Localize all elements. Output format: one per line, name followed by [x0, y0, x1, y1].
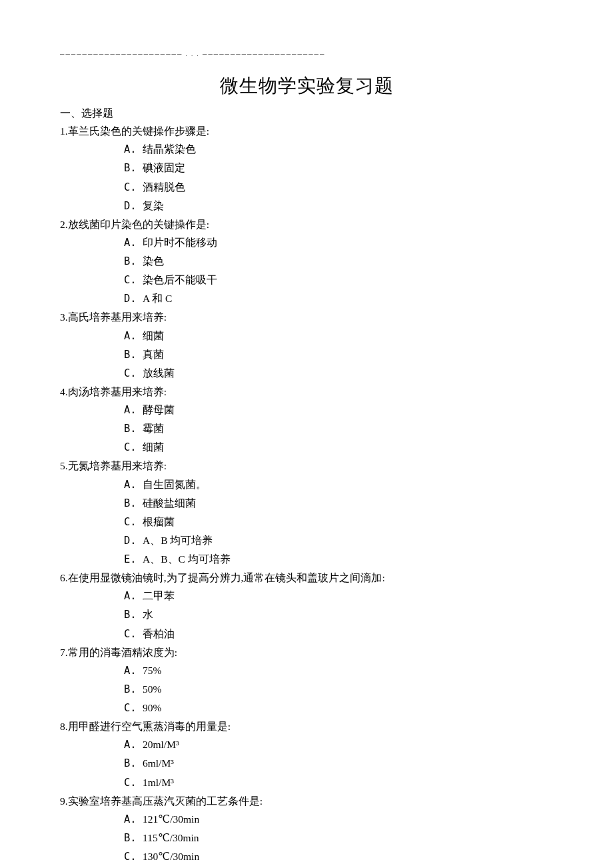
option: C. 1ml/M³ — [124, 773, 553, 792]
option-text: 硅酸盐细菌 — [143, 497, 196, 509]
option-letter: C. — [124, 516, 143, 528]
option-letter: B. — [124, 497, 143, 509]
option-text: 130℃/30min — [143, 851, 199, 862]
option-letter: C. — [124, 628, 143, 640]
option-text: 结晶紫染色 — [143, 143, 196, 155]
option: C. 酒精脱色 — [124, 178, 553, 197]
option: C. 香柏油 — [124, 625, 553, 643]
question: 7.常用的消毒酒精浓度为: — [60, 643, 553, 661]
section-heading: 一、选择题 — [60, 104, 553, 122]
page: ────────────────────── . . . ───────────… — [0, 0, 613, 868]
option-group: A. 75%B. 50%C. 90% — [124, 661, 553, 717]
option-text: A 和 C — [143, 293, 172, 304]
option-text: 酒精脱色 — [143, 181, 185, 193]
option-text: 香柏油 — [143, 628, 175, 639]
option: B. 染色 — [124, 252, 553, 271]
body: 一、选择题 1.革兰氏染色的关键操作步骤是:A. 结晶紫染色B. 碘液固定C. … — [60, 104, 553, 868]
option-letter: A. — [124, 665, 143, 677]
option-text: A、B、C 均可培养 — [143, 553, 231, 565]
option: B. 硅酸盐细菌 — [124, 494, 553, 513]
question: 3.高氏培养基用来培养: — [60, 308, 553, 326]
option-letter: B. — [124, 255, 143, 267]
option-text: 复染 — [143, 200, 164, 211]
option-letter: E. — [124, 553, 143, 565]
option-letter: A. — [124, 404, 143, 416]
option-text: 霉菌 — [143, 423, 164, 434]
option: B. 碘液固定 — [124, 159, 553, 177]
option: A. 121℃/30min — [124, 810, 553, 829]
option-text: 酵母菌 — [143, 404, 175, 415]
option: E. A、B、C 均可培养 — [124, 550, 553, 569]
option-group: A. 酵母菌B. 霉菌C. 细菌 — [124, 401, 553, 457]
option-group: A. 结晶紫染色B. 碘液固定C. 酒精脱色D. 复染 — [124, 140, 553, 215]
option-letter: C. — [124, 851, 143, 863]
option: B. 霉菌 — [124, 419, 553, 438]
option-letter: A. — [124, 479, 143, 491]
option-text: A、B 均可培养 — [143, 535, 213, 546]
option-text: 90% — [143, 702, 161, 713]
option-letter: B. — [124, 757, 143, 769]
option-letter: C. — [124, 702, 143, 714]
question: 2.放线菌印片染色的关键操作是: — [60, 215, 553, 233]
option-text: 115℃/30min — [143, 832, 199, 843]
option: C. 90% — [124, 699, 553, 717]
option-text: 放线菌 — [143, 367, 175, 379]
option-letter: A. — [124, 143, 143, 155]
option-letter: A. — [124, 813, 143, 825]
option-text: 印片时不能移动 — [143, 237, 217, 248]
option-letter: A. — [124, 590, 143, 602]
option-letter: B. — [124, 162, 143, 174]
option-text: 二甲苯 — [143, 590, 175, 601]
option-text: 20ml/M³ — [143, 739, 179, 750]
option: C. 染色后不能吸干 — [124, 271, 553, 289]
option-text: 50% — [143, 683, 161, 695]
option-letter: D. — [124, 535, 143, 547]
option-letter: C. — [124, 441, 143, 453]
option: B. 水 — [124, 605, 553, 624]
option: C. 细菌 — [124, 438, 553, 457]
option-group: A. 20ml/M³B. 6ml/M³C. 1ml/M³ — [124, 735, 553, 791]
option-letter: D. — [124, 200, 143, 212]
option: B. 50% — [124, 680, 553, 699]
option-text: 细菌 — [143, 441, 164, 453]
option-text: 染色 — [143, 255, 164, 267]
option-group: A. 细菌B. 真菌C. 放线菌 — [124, 327, 553, 383]
option: D. 复染 — [124, 197, 553, 215]
option-text: 碘液固定 — [143, 162, 185, 173]
header-rule-text: ────────────────────── . . . ───────────… — [60, 51, 553, 57]
option-group: A. 印片时不能移动B. 染色C. 染色后不能吸干D. A 和 C — [124, 233, 553, 309]
option: A. 75% — [124, 661, 553, 680]
option-text: 自生固氮菌。 — [143, 479, 207, 490]
option-letter: B. — [124, 683, 143, 695]
option-letter: C. — [124, 367, 143, 379]
option-letter: C. — [124, 181, 143, 193]
option-group: A. 自生固氮菌。B. 硅酸盐细菌C. 根瘤菌D. A、B 均可培养E. A、B… — [124, 475, 553, 569]
option-group: A. 121℃/30minB. 115℃/30minC. 130℃/30min — [124, 810, 553, 866]
option: B. 115℃/30min — [124, 829, 553, 847]
question: 5.无氮培养基用来培养: — [60, 457, 553, 475]
option: B. 真菌 — [124, 345, 553, 364]
option-text: 6ml/M³ — [143, 757, 174, 769]
option: A. 二甲苯 — [124, 587, 553, 605]
option: A. 自生固氮菌。 — [124, 475, 553, 494]
option-letter: B. — [124, 832, 143, 844]
option-text: 1ml/M³ — [143, 777, 174, 788]
option-letter: A. — [124, 739, 143, 751]
option-group: A. 二甲苯B. 水C. 香柏油 — [124, 587, 553, 643]
header-rule: ────────────────────── . . . ───────────… — [60, 51, 553, 57]
questions-list: 1.革兰氏染色的关键操作步骤是:A. 结晶紫染色B. 碘液固定C. 酒精脱色D.… — [60, 122, 553, 868]
option: D. A 和 C — [124, 289, 553, 308]
question: 8.用甲醛进行空气熏蒸消毒的用量是: — [60, 717, 553, 735]
option: A. 细菌 — [124, 327, 553, 345]
option-text: 真菌 — [143, 349, 164, 360]
option-letter: B. — [124, 423, 143, 435]
question: 4.肉汤培养基用来培养: — [60, 383, 553, 401]
option: D. A、B 均可培养 — [124, 531, 553, 550]
option: A. 酵母菌 — [124, 401, 553, 419]
option-text: 75% — [143, 665, 161, 676]
option-letter: C. — [124, 274, 143, 286]
option-letter: D. — [124, 293, 143, 305]
question: 1.革兰氏染色的关键操作步骤是: — [60, 122, 553, 140]
option: A. 20ml/M³ — [124, 735, 553, 754]
option-text: 细菌 — [143, 330, 164, 341]
